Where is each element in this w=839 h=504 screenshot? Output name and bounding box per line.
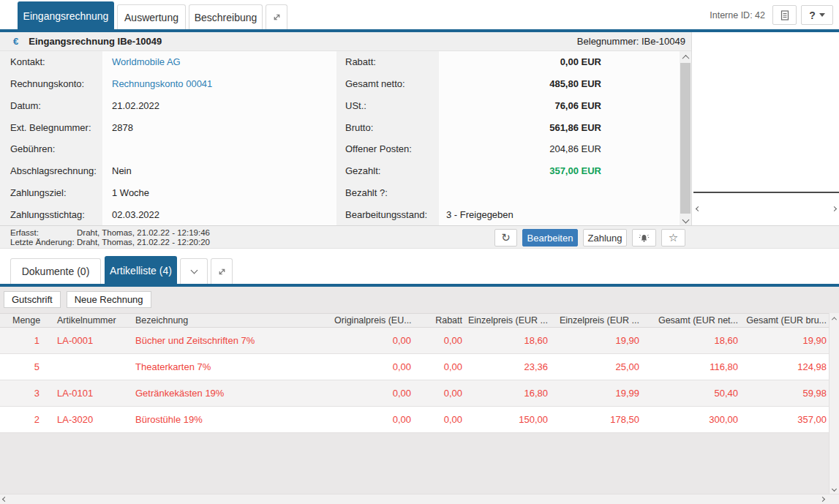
help-button[interactable]: ? — [801, 5, 833, 25]
gesamt-netto-value: 485,80 EUR — [439, 78, 680, 89]
col-rabatt[interactable]: Rabatt — [411, 315, 462, 326]
field-ext-belegnummer: Ext. Belegnummer: 2878 — [0, 116, 336, 138]
more-tabs-button[interactable] — [180, 258, 208, 284]
bell-icon — [639, 233, 650, 243]
right-side-panel — [691, 32, 839, 225]
right-horizontal-scrollbar[interactable] — [693, 193, 839, 225]
expand-tabs-button[interactable] — [266, 4, 287, 29]
col-bezeichnung[interactable]: Bezeichnung — [133, 315, 334, 326]
field-gezahlt: Gezahlt: 357,00 EUR — [336, 160, 680, 182]
gezahlt-value: 357,00 EUR — [439, 165, 680, 176]
field-rabatt: Rabatt: 0,00 EUR — [336, 51, 680, 73]
detail-column-left: Kontakt: Worldmobile AG Rechnungskonto: … — [0, 51, 336, 225]
rechnungskonto-link[interactable]: Rechnungskonto 00041 — [102, 78, 336, 89]
audit-footer: Erfasst: Draht, Thomas, 21.02.22 - 12:19… — [0, 225, 839, 249]
record-title: Eingangsrechnung IBe-10049 — [29, 36, 162, 47]
neue-rechnung-button[interactable]: Neue Rechnung — [67, 291, 151, 308]
col-artikelnummer[interactable]: Artikelnummer — [42, 315, 133, 326]
erfasst-value: Draht, Thomas, 21.02.22 - 12:19:46 — [77, 228, 210, 238]
record-header: € Eingangsrechnung IBe-10049 Belegnummer… — [0, 32, 691, 51]
interne-id-label: Interne ID: 42 — [710, 10, 765, 20]
field-bearbeitungsstand: Bearbeitungsstand: 3 - Freigegeben — [336, 203, 680, 225]
tab-eingangsrechnung[interactable]: Eingangsrechnung — [18, 1, 114, 29]
col-menge[interactable]: Menge — [0, 315, 42, 326]
col-einzelpreis-netto[interactable]: Einzelpreis (EUR ... — [462, 315, 548, 326]
field-gesamt-netto: Gesamt netto: 485,80 EUR — [336, 73, 680, 95]
col-originalpreis[interactable]: Originalpreis (EU... — [334, 315, 411, 326]
chevron-down-icon — [190, 267, 197, 274]
field-rechnungskonto: Rechnungskonto: Rechnungskonto 00041 — [0, 73, 336, 95]
tab-auswertung[interactable]: Auswertung — [117, 4, 186, 29]
field-offener-posten: Offener Posten: 204,86 EUR — [336, 138, 680, 160]
tab-beschreibung[interactable]: Beschreibung — [189, 4, 263, 29]
table-row[interactable]: 3 LA-0101 Getränkekästen 19% 0,00 0,00 1… — [0, 380, 829, 407]
notes-button[interactable] — [772, 5, 797, 25]
col-gesamt-netto[interactable]: Gesamt (EUR net... — [639, 315, 738, 326]
document-icon — [780, 10, 789, 20]
bottom-tab-bar: Dokumente (0) Artikelliste (4) — [0, 249, 839, 284]
scroll-left-icon[interactable] — [2, 497, 7, 502]
ust-value: 76,06 EUR — [439, 100, 680, 111]
scrollbar-corner — [829, 494, 839, 504]
erfasst-row: Erfasst: Draht, Thomas, 21.02.22 - 12:19… — [10, 228, 210, 238]
chevron-down-icon — [819, 13, 825, 17]
offener-posten-value: 204,86 EUR — [439, 143, 680, 154]
tab-dokumente[interactable]: Dokumente (0) — [10, 258, 101, 284]
expand-diagonal-icon — [217, 267, 227, 277]
refresh-icon: ↻ — [501, 231, 511, 244]
abschlagsrechnung-value: Nein — [102, 165, 336, 176]
artikelliste-panel: Gutschrift Neue Rechnung Menge Artikelnu… — [0, 287, 839, 494]
favorite-button[interactable]: ☆ — [661, 229, 685, 247]
notification-button[interactable] — [632, 229, 656, 247]
bottom-horizontal-scrollbar[interactable] — [0, 494, 829, 504]
bearbeitungsstand-value: 3 - Freigegeben — [439, 209, 680, 220]
table-header[interactable]: Menge Artikelnummer Bezeichnung Original… — [0, 313, 829, 328]
scroll-left-icon[interactable] — [696, 206, 701, 211]
field-zahlungsziel: Zahlungsziel: 1 Woche — [0, 182, 336, 204]
zahlungsziel-value: 1 Woche — [102, 187, 336, 198]
table-vertical-scrollbar[interactable] — [829, 313, 839, 494]
table-row[interactable]: 5 Theaterkarten 7% 0,00 0,00 23,36 25,00… — [0, 354, 829, 380]
scroll-up-icon[interactable] — [680, 51, 691, 63]
scroll-down-icon[interactable] — [680, 214, 691, 225]
expand-bottom-button[interactable] — [211, 258, 233, 284]
scroll-down-icon[interactable] — [829, 484, 839, 494]
col-einzelpreis-brutto[interactable]: Einzelpreis (EUR ... — [548, 315, 639, 326]
field-kontakt: Kontakt: Worldmobile AG — [0, 51, 336, 73]
brutto-value: 561,86 EUR — [439, 122, 680, 133]
scrollbar-thumb[interactable] — [680, 63, 691, 214]
star-icon: ☆ — [669, 231, 678, 244]
kontakt-link[interactable]: Worldmobile AG — [102, 56, 336, 67]
gutschrift-button[interactable]: Gutschrift — [4, 291, 61, 308]
help-question-label: ? — [809, 10, 816, 21]
field-gebuehren: Gebühren: — [0, 138, 336, 160]
app-window: Eingangsrechnung Auswertung Beschreibung… — [0, 0, 839, 504]
datum-value: 21.02.2022 — [102, 100, 336, 111]
top-tab-bar: Eingangsrechnung Auswertung Beschreibung… — [0, 0, 839, 29]
euro-icon: € — [13, 36, 18, 47]
expand-diagonal-icon — [272, 12, 282, 22]
table-row[interactable]: 1 LA-0001 Bücher und Zeitschriften 7% 0,… — [0, 328, 829, 354]
zahlung-button[interactable]: Zahlung — [583, 229, 627, 247]
scroll-right-icon[interactable] — [832, 206, 837, 211]
rabatt-value: 0,00 EUR — [439, 56, 680, 67]
record-panel: € Eingangsrechnung IBe-10049 Belegnummer… — [0, 32, 691, 225]
field-datum: Datum: 21.02.2022 — [0, 95, 336, 117]
col-gesamt-brutto[interactable]: Gesamt (EUR bru... — [738, 315, 829, 326]
detail-column-right: Rabatt: 0,00 EUR Gesamt netto: 485,80 EU… — [336, 51, 680, 225]
zahlungsstichtag-value: 02.03.2022 — [102, 209, 336, 220]
letzte-aenderung-value: Draht, Thomas, 21.02.22 - 12:20:20 — [77, 238, 210, 247]
field-brutto: Brutto: 561,86 EUR — [336, 116, 680, 138]
field-bezahlt: Bezahlt ?: — [336, 182, 680, 204]
ext-belegnummer-value: 2878 — [102, 122, 336, 133]
doc-number-label: Belegnummer: IBe-10049 — [577, 36, 685, 47]
scroll-right-icon[interactable] — [820, 497, 825, 502]
record-scrollbar[interactable] — [680, 51, 691, 225]
scroll-up-icon[interactable] — [829, 313, 839, 323]
letzte-aenderung-row: Letzte Änderung: Draht, Thomas, 21.02.22… — [10, 238, 210, 247]
refresh-button[interactable]: ↻ — [494, 229, 517, 247]
bearbeiten-button[interactable]: Bearbeiten — [522, 229, 578, 247]
table-row[interactable]: 2 LA-3020 Bürostühle 19% 0,00 0,00 150,0… — [0, 407, 829, 433]
field-zahlungsstichtag: Zahlungsstichtag: 02.03.2022 — [0, 203, 336, 225]
tab-artikelliste[interactable]: Artikelliste (4) — [105, 256, 177, 284]
